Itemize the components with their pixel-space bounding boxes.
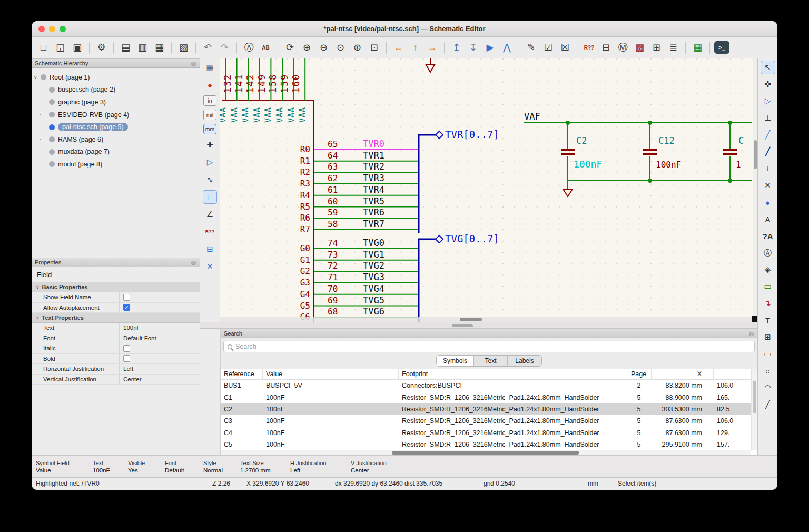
close-panel-icon[interactable]: ⊗	[191, 60, 196, 67]
tab-labels[interactable]: Labels	[508, 356, 541, 366]
pin-number[interactable]: 59	[328, 208, 338, 218]
print-icon[interactable]: ▥	[135, 41, 150, 55]
component-reference[interactable]: C12	[658, 135, 675, 146]
enter-sheet-icon[interactable]: ↧	[466, 41, 481, 55]
hidden-pins-icon[interactable]: ▷	[203, 155, 217, 169]
unchecked-checkbox[interactable]	[123, 294, 130, 301]
hierarchy-item[interactable]: ESVIDEO-RVB (page 4)	[32, 109, 200, 121]
pin-number[interactable]: 68	[328, 307, 338, 317]
search-result-row[interactable]: C2100nFResistor_SMD:R_1206_3216Metric_Pa…	[221, 403, 757, 415]
pin-number[interactable]: 159	[279, 74, 290, 93]
draw-wire-icon[interactable]: ╱	[761, 128, 775, 142]
pin-name[interactable]: G5	[300, 301, 310, 311]
pin-name[interactable]: R4	[300, 190, 310, 200]
place-symbol-icon[interactable]: ▷	[761, 94, 775, 108]
net-label[interactable]: TVR2	[363, 161, 384, 172]
pin-number[interactable]: 61	[328, 185, 338, 195]
pin-number[interactable]: 65	[328, 139, 338, 149]
property-value[interactable]: Left	[119, 364, 200, 374]
rectangle-icon[interactable]: ▭	[761, 347, 775, 361]
pin-name[interactable]: G0	[300, 243, 310, 253]
bus-label[interactable]: TVG[0..7]	[445, 233, 499, 244]
pin-number[interactable]: 149	[256, 74, 267, 93]
bus[interactable]	[419, 239, 436, 322]
pin-name[interactable]: VAA	[252, 107, 262, 123]
pin-name[interactable]: R7	[300, 224, 310, 234]
close-button[interactable]	[38, 26, 45, 32]
property-value[interactable]	[119, 354, 200, 364]
pin-name[interactable]: VAA	[230, 107, 239, 123]
pin-number[interactable]: 141	[234, 74, 244, 93]
pin-number[interactable]: 160	[291, 74, 301, 93]
close-panel-icon[interactable]: ⊗	[748, 330, 754, 337]
zoom-in-icon[interactable]: ⊕	[299, 41, 314, 55]
tab-symbols[interactable]: Symbols	[437, 356, 474, 366]
line-icon[interactable]: ╱	[761, 398, 775, 411]
search-result-row[interactable]: C5100nFResistor_SMD:R_1206_3216Metric_Pa…	[221, 439, 757, 450]
hv-wires-icon[interactable]: ∟	[203, 190, 217, 204]
property-value[interactable]	[119, 343, 200, 353]
property-value[interactable]: Center	[119, 375, 200, 385]
circle-icon[interactable]: ○	[761, 364, 775, 378]
net-label[interactable]: TVR4	[363, 184, 384, 195]
zoom-out-icon[interactable]: ⊖	[316, 41, 331, 55]
find-icon[interactable]: Ⓐ	[241, 41, 256, 55]
pin-name[interactable]: VAA	[298, 107, 307, 123]
panel-divider[interactable]	[200, 322, 757, 329]
pin-name[interactable]: G3	[300, 278, 310, 288]
text-box-icon[interactable]: ⊞	[761, 330, 775, 344]
horizontal-scroll-thumb[interactable]	[460, 318, 482, 321]
component-reference[interactable]: C2	[576, 135, 587, 146]
chevron-down-icon[interactable]: ∨	[34, 75, 41, 80]
draw-bus-icon[interactable]: ╱	[761, 145, 775, 159]
scripting-console-icon[interactable]: >_	[714, 41, 729, 54]
sheet-list-icon[interactable]: ⊟	[203, 242, 217, 256]
arc-icon[interactable]: ◠	[761, 381, 775, 395]
edit-fields-table-icon[interactable]: ⊞	[649, 41, 664, 55]
minimize-button[interactable]	[49, 26, 55, 32]
pin-number[interactable]: 64	[328, 151, 338, 161]
property-value[interactable]: Default Font	[119, 333, 200, 343]
unchecked-checkbox[interactable]	[123, 345, 130, 352]
net-label[interactable]: TVR0	[363, 139, 384, 149]
pin-number[interactable]: 74	[328, 238, 338, 248]
open-schematic-icon[interactable]: ◱	[53, 41, 68, 55]
vertical-scroll-thumb[interactable]	[754, 140, 757, 169]
junction-icon[interactable]: ●	[761, 195, 775, 209]
bus-label-diamond[interactable]	[436, 235, 443, 243]
column-header-Reference[interactable]: Reference	[221, 369, 263, 379]
erc-options-icon[interactable]: ☒	[557, 41, 573, 55]
snap-lock-icon[interactable]: ●	[203, 78, 217, 92]
undo-icon[interactable]: ↶	[200, 41, 215, 55]
bom-icon[interactable]: ≣	[666, 41, 681, 55]
section-header[interactable]: ∨Basic Properties	[32, 282, 200, 292]
hierarchical-label-icon[interactable]: ◈	[761, 263, 775, 277]
pin-name[interactable]: VAA	[241, 107, 250, 123]
pin-number[interactable]: 63	[328, 162, 338, 172]
hierarchy-item[interactable]: muxdata (page 7)	[32, 146, 200, 159]
property-value[interactable]: 100nF	[119, 323, 200, 333]
annotate-icon[interactable]: ✎	[524, 41, 539, 55]
pin-name[interactable]: VAA	[263, 107, 273, 123]
pin-name[interactable]: R0	[300, 144, 310, 154]
search-result-row[interactable]: C1100nFResistor_SMD:R_1206_3216Metric_Pa…	[221, 391, 757, 403]
global-label-icon[interactable]: Ⓐ	[761, 246, 775, 260]
new-schematic-icon[interactable]: □	[36, 41, 51, 55]
bus-label[interactable]: TVR[0..7]	[445, 129, 499, 140]
assign-footprints-icon[interactable]: ▩	[632, 41, 647, 55]
properties-panel-header[interactable]: Properties ⊗	[32, 258, 200, 267]
canvas-vertical-scrollbar[interactable]	[753, 58, 757, 317]
property-value[interactable]: ✓	[119, 303, 200, 313]
save-icon[interactable]: ▣	[70, 41, 85, 55]
title-bar[interactable]: *pal-ntsc [video/pal-ntsc.sch] — Schemat…	[32, 21, 777, 37]
graphic-lines-icon[interactable]: ∿	[203, 173, 217, 186]
bus-entry-icon[interactable]: ≀	[761, 162, 775, 175]
page-settings-icon[interactable]: ▤	[118, 41, 133, 55]
tab-text[interactable]: Text	[474, 356, 508, 366]
fullscreen-button[interactable]	[60, 26, 66, 32]
ground-symbol[interactable]	[426, 65, 435, 72]
units-mils-icon[interactable]: mil	[203, 110, 216, 120]
footprint-editor-icon[interactable]: ▦	[690, 41, 705, 55]
canvas-horizontal-scrollbar[interactable]	[220, 317, 752, 322]
checked-checkbox[interactable]: ✓	[123, 304, 130, 311]
